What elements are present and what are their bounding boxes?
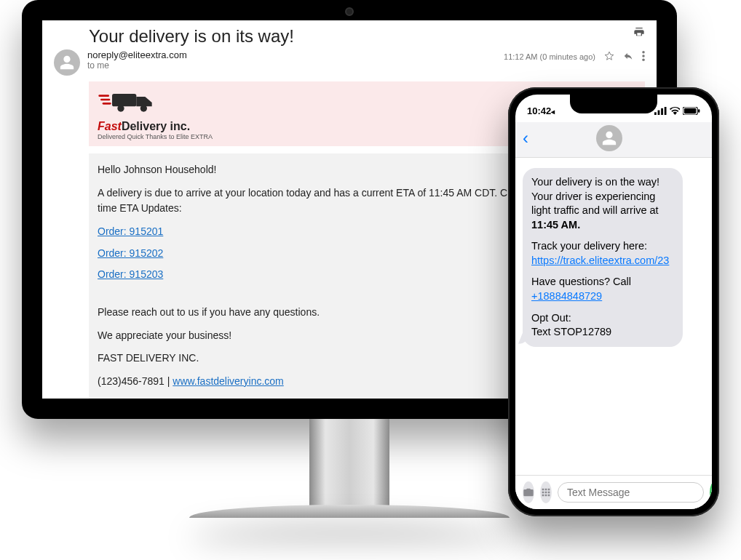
messages-header: ‹ <box>515 122 712 158</box>
sms-phone-link[interactable]: +18884848729 <box>531 290 602 302</box>
sms-track-link[interactable]: https://track.eliteextra.com/23 <box>531 255 669 266</box>
brand-name-rest: Delivery inc. <box>122 120 190 132</box>
svg-point-5 <box>140 105 147 111</box>
messages-input-bar <box>515 475 712 509</box>
brand-name-fast: Fast <box>98 120 122 132</box>
svg-rect-11 <box>661 108 663 114</box>
website-link[interactable]: www.fastdeliveryinc.com <box>173 375 284 387</box>
wifi-icon <box>670 107 681 115</box>
more-icon[interactable] <box>642 51 645 63</box>
sender-address: noreply@eliteextra.com <box>87 49 496 60</box>
svg-point-2 <box>642 59 645 62</box>
phone-device: 10:42◂ ‹ Your delivery is on the way! Yo… <box>508 87 719 516</box>
svg-point-4 <box>117 105 124 111</box>
signal-icon <box>654 107 667 115</box>
camera-button[interactable] <box>523 481 534 503</box>
svg-rect-14 <box>684 108 696 113</box>
sender-block: noreply@eliteextra.com to me <box>87 49 496 71</box>
print-icon[interactable] <box>633 26 645 40</box>
monitor-stand-neck <box>309 419 389 506</box>
sms-optout-text: Text STOP12789 <box>531 326 611 337</box>
svg-rect-15 <box>698 109 700 113</box>
contact-phone: (123)456-7891 | <box>98 375 173 387</box>
sms-bubble: Your delivery is on the way! Your driver… <box>523 168 683 347</box>
contact-avatar-wrap[interactable] <box>534 125 684 151</box>
messages-area: Your delivery is on the way! Your driver… <box>515 158 712 475</box>
status-time: 10:42◂ <box>527 105 555 116</box>
send-button[interactable] <box>710 481 712 503</box>
email-timestamp: 11:12 AM (0 minutes ago) <box>504 52 595 61</box>
svg-rect-10 <box>658 110 660 114</box>
email-subject: Your delivery is on its way! <box>89 26 633 47</box>
svg-rect-9 <box>654 112 657 115</box>
email-sender-row: noreply@eliteextra.com to me 11:12 AM (0… <box>42 49 657 81</box>
email-header-row: Your delivery is on its way! <box>42 20 657 49</box>
svg-point-1 <box>642 55 645 57</box>
reply-icon[interactable] <box>623 51 633 63</box>
contact-avatar <box>596 125 622 151</box>
truck-icon <box>98 87 156 120</box>
recipient-line: to me <box>87 60 496 71</box>
sms-track-label: Track your delivery here: <box>531 240 647 252</box>
phone-notch <box>570 95 657 113</box>
monitor-stand-base <box>189 505 510 518</box>
sms-questions-label: Have questions? Call <box>531 276 631 287</box>
sms-eta-bold: 11:45 AM. <box>531 219 580 231</box>
battery-icon <box>683 107 700 115</box>
message-input[interactable] <box>558 482 704 503</box>
svg-point-0 <box>642 51 645 54</box>
email-meta: 11:12 AM (0 minutes ago) <box>504 51 645 63</box>
svg-rect-12 <box>665 107 667 115</box>
phone-screen: 10:42◂ ‹ Your delivery is on the way! Yo… <box>515 95 712 509</box>
svg-rect-3 <box>112 94 136 106</box>
star-icon[interactable] <box>604 51 614 63</box>
apps-button[interactable] <box>540 481 552 503</box>
back-button[interactable]: ‹ <box>523 128 528 148</box>
monitor-camera <box>345 7 354 16</box>
status-right <box>654 107 700 115</box>
sms-optout-label: Opt Out: <box>531 312 571 324</box>
sender-avatar <box>54 49 80 76</box>
sms-line1a: Your delivery is on the way! Your driver… <box>531 176 659 216</box>
